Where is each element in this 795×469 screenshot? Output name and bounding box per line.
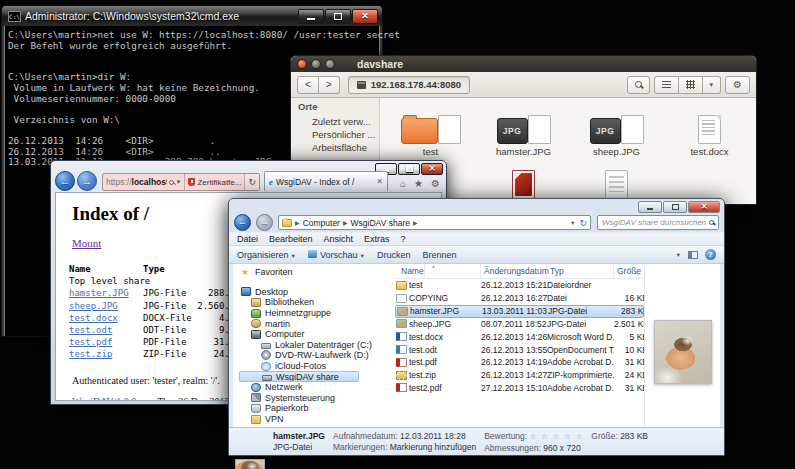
address-dropdown-icon[interactable]: ▼	[570, 220, 575, 226]
help-icon[interactable]: ?	[705, 249, 716, 260]
file-row[interactable]: hamster.JPG 13.03.2011 11:03 JPG-Datei 2…	[395, 305, 644, 318]
sidebar-place-item[interactable]: Persönlicher ...	[298, 128, 379, 141]
column-type[interactable]: Typ	[547, 264, 614, 278]
column-date[interactable]: Änderungsdatum	[481, 264, 547, 278]
nav-tree-item[interactable]: DVD-RW-Laufwerk (D:)	[239, 350, 393, 361]
nav-tree-item[interactable]: Bibliotheken	[239, 297, 393, 308]
back-button[interactable]: ←	[55, 171, 75, 191]
cmd-titlebar[interactable]: C:\ Administrator: C:\Windows\system32\c…	[2, 6, 382, 26]
wsgidav-link[interactable]: WsgiDAV/1.0.0pre	[72, 396, 149, 401]
favorites-star-icon[interactable]: ★	[414, 178, 423, 189]
preview-button[interactable]: Vorschau▼	[308, 250, 365, 260]
nav-tree-item[interactable]: Desktop	[239, 287, 393, 298]
search-icon[interactable]	[169, 180, 174, 185]
file-grid-item[interactable]: test.pdf	[477, 157, 570, 204]
close-button[interactable]: ✕	[688, 201, 720, 213]
address-bar[interactable]: https://localhost:8080/ ▼ Zertifikatfe..…	[102, 173, 260, 191]
file-link[interactable]: test.docx	[69, 313, 118, 323]
minimize-button[interactable]	[298, 9, 324, 24]
file-link[interactable]: test.odt	[69, 325, 112, 335]
tab-close-icon[interactable]: ✕	[376, 177, 383, 186]
browser-tab[interactable]: e WsgiDAV - Index of / ✕	[264, 171, 388, 191]
minimize-button[interactable]	[311, 59, 321, 69]
menu-item[interactable]: Ansicht	[324, 234, 354, 244]
maximize-button[interactable]	[325, 59, 335, 69]
print-button[interactable]: Drucken	[377, 250, 411, 260]
search-input[interactable]: WsgiDAV share durchsuchen	[597, 215, 719, 230]
nav-tree-item[interactable]: martin	[239, 318, 393, 329]
menu-item[interactable]: Bearbeiten	[269, 234, 313, 244]
nav-tree-item[interactable]: Papierkorb	[239, 403, 393, 414]
file-row[interactable]: test.odt 26.12.2013 13:55 OpenDocument T…	[395, 343, 644, 356]
forward-button[interactable]: →	[256, 214, 273, 231]
file-link[interactable]: hamster.JPG	[69, 288, 129, 298]
back-button[interactable]: ←	[234, 214, 251, 231]
search-button[interactable]	[627, 76, 650, 94]
organize-button[interactable]: Organisieren▼	[237, 250, 296, 260]
minimize-button[interactable]	[638, 201, 662, 213]
breadcrumb[interactable]: ▶ Computer ▶ WsgiDAV share ▶ ▼ ↻	[278, 215, 591, 230]
file-row[interactable]: test2.pdf 27.12.2013 15:10 Adobe Acrobat…	[395, 382, 644, 395]
file-link[interactable]: test.pdf	[69, 337, 112, 347]
nautilus-titlebar[interactable]: davshare	[291, 56, 756, 72]
forward-button[interactable]: >	[319, 76, 340, 94]
file-row[interactable]: test 26.12.2013 15:21 Dateiordner	[395, 279, 644, 292]
preview-pane-toggle-icon[interactable]	[688, 251, 698, 259]
nav-tree-item[interactable]: VPN	[239, 414, 393, 425]
burn-button[interactable]: Brennen	[422, 250, 456, 260]
status-tags[interactable]: Markierungen: Markierung hinzufügen	[333, 442, 476, 452]
breadcrumb-computer[interactable]: Computer	[303, 218, 340, 228]
location-breadcrumb[interactable]: 192.168.178.44:8080	[348, 76, 470, 94]
nav-tree-item[interactable]: Favoriten	[239, 267, 393, 278]
nav-tree-item[interactable]: Heimnetzgruppe	[239, 308, 393, 319]
settings-button[interactable]: ⚙	[725, 76, 750, 94]
grid-view-button[interactable]	[679, 76, 703, 94]
file-row[interactable]: test.docx 26.12.2013 14:26 Microsoft Wor…	[395, 330, 644, 343]
file-grid-item[interactable]: hamster.JPG	[477, 102, 570, 157]
breadcrumb-share[interactable]: WsgiDAV share	[351, 218, 410, 228]
file-grid-item[interactable]: test.zip	[570, 157, 663, 204]
refresh-button[interactable]: ↻	[244, 174, 259, 190]
file-row[interactable]: sheep.JPG 08.07.2011 18:52 JPG-Datei 2.5…	[395, 318, 644, 331]
explorer-titlebar[interactable]: ✕	[229, 199, 724, 213]
nav-tree-item[interactable]: iCloud-Fotos	[239, 361, 393, 372]
status-rating[interactable]: Bewertung: ☆ ☆ ☆ ☆ ☆	[484, 431, 583, 442]
file-row[interactable]: COPYING 26.12.2013 16:27 Datei 16 KB	[395, 292, 644, 305]
file-row[interactable]: test.pdf 26.12.2013 14:19 Adobe Acrobat …	[395, 356, 644, 369]
menu-item[interactable]: Datei	[237, 234, 258, 244]
nav-tree-item[interactable]: Systemsteuerung	[239, 393, 393, 404]
forward-button[interactable]: →	[77, 171, 97, 191]
maximize-button[interactable]	[663, 201, 687, 213]
maximize-button[interactable]	[325, 9, 351, 24]
column-size[interactable]: Größe	[614, 264, 644, 278]
home-icon[interactable]: ⌂	[400, 178, 406, 189]
mount-link[interactable]: Mount	[72, 237, 101, 249]
list-view-button[interactable]	[654, 76, 679, 94]
certificate-error-button[interactable]: Zertifikatfe...	[184, 174, 244, 190]
column-name[interactable]: Name▲	[395, 264, 481, 278]
sidebar-place-item[interactable]: Zuletzt verw...	[298, 115, 379, 128]
close-button[interactable]	[297, 59, 307, 69]
nav-tree-item[interactable]: Lokaler Datenträger (C:)	[239, 340, 393, 351]
sidebar-place-item[interactable]: Arbeitsfläche	[298, 141, 379, 154]
file-link[interactable]: test.zip	[69, 349, 112, 359]
file-grid-item[interactable]: test	[384, 102, 477, 157]
chevron-down-icon[interactable]: ▼	[175, 179, 181, 185]
menu-item[interactable]: ?	[401, 234, 406, 244]
nav-tree-item[interactable]: WsgiDAV share	[239, 371, 359, 382]
refresh-icon[interactable]: ↻	[579, 218, 587, 228]
file-grid-item[interactable]: sheep.JPG	[570, 102, 663, 157]
file-list[interactable]: Name▲ Änderungsdatum Typ Größe test 26.1…	[393, 264, 644, 427]
file-row[interactable]: test.zip 26.12.2013 14:27 ZIP-komprimier…	[395, 369, 644, 382]
close-button[interactable]: ✕	[352, 9, 378, 24]
nav-tree-item[interactable]: Netzwerk	[239, 382, 393, 393]
nav-tree-item[interactable]: Computer	[239, 329, 393, 340]
file-link[interactable]: sheep.JPG	[69, 301, 118, 311]
back-button[interactable]: <	[297, 76, 319, 94]
views-dropdown-icon[interactable]: ▼	[676, 252, 681, 258]
menu-item[interactable]: Extras	[364, 234, 390, 244]
nav-item-icon	[251, 319, 261, 328]
file-grid-item[interactable]: test.docx	[663, 102, 756, 157]
view-options-button[interactable]: ▾	[703, 76, 722, 94]
gear-icon[interactable]: ⚙	[431, 178, 440, 189]
